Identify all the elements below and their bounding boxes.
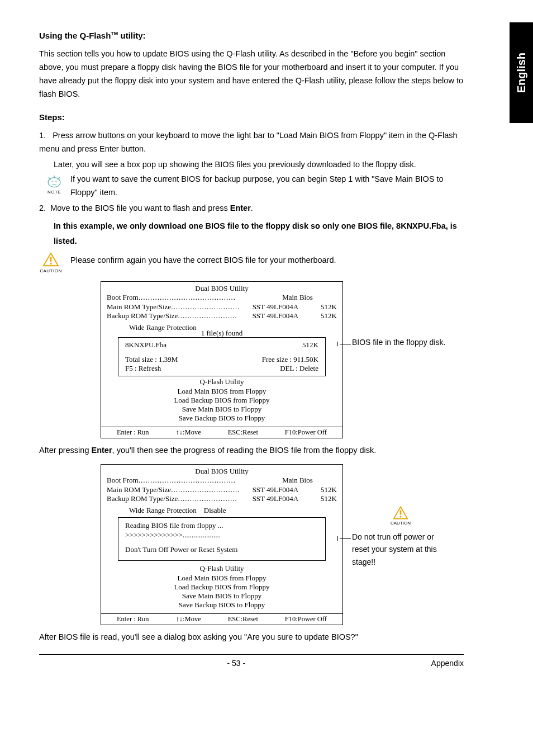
qflash-item: Load Main BIOS from Floppy <box>107 574 337 583</box>
qflash-item: Load Main BIOS from Floppy <box>107 387 337 396</box>
qflash-section: Q-Flash Utility Load Main BIOS from Flop… <box>107 377 337 423</box>
step-text: Press arrow buttons on your keyboard to … <box>39 131 458 153</box>
bios-file-name: 8KNXPU.Fba <box>125 341 166 349</box>
step1a-text: Press arrow buttons on your keyboard to … <box>39 131 458 153</box>
file-list-box: 8KNXPU.Fba512K Total size : 1.39MFree si… <box>118 337 326 377</box>
qflash-item: Save Main BIOS to Floppy <box>107 405 337 414</box>
main-rom-size: 512K <box>298 303 337 311</box>
total-size: Total size : 1.39M <box>125 355 178 364</box>
step2-text: Move to the BIOS file you want to flash … <box>48 204 253 212</box>
steps-heading: Steps: <box>39 111 464 125</box>
qflash-item: Load Backup BIOS from Floppy <box>107 396 337 405</box>
step1-continued: Later, you will see a box pop up showing… <box>54 158 464 172</box>
bios-screenshot-1: Dual BIOS Utility Boot From.............… <box>101 281 464 438</box>
note-icon: NOTE <box>42 173 66 196</box>
language-tab: English <box>510 22 533 123</box>
backup-rom-val-2: SST 49LF004A <box>241 494 298 503</box>
reading-box: Reading BIOS file from floppy ... >>>>>>… <box>118 517 326 561</box>
after-enter-bold: Enter <box>92 446 112 455</box>
main-rom-val: SST 49LF004A <box>241 303 298 311</box>
note-block: NOTE If you want to save the current BIO… <box>42 173 464 200</box>
step-2: 2. Move to the BIOS file you want to fla… <box>39 202 464 215</box>
page-footer: - 53 - Appendix <box>39 654 464 670</box>
wide-range-label-2: Wide Range Protection <box>129 506 197 514</box>
bios-box-2: Dual BIOS Utility Boot From.............… <box>101 464 343 625</box>
step2a-before: Move to the BIOS file you want to flash … <box>50 204 230 212</box>
main-rom-label: Main ROM Type/Size <box>107 303 171 311</box>
after-enter-paragraph: After pressing Enter, you'll then see th… <box>39 444 464 457</box>
footer-enter: Enter : Run <box>117 428 149 437</box>
footer-f10-2: F10:Power Off <box>285 615 327 624</box>
note-text: If you want to save the current BIOS for… <box>70 173 464 200</box>
bios-screenshot-2: Dual BIOS Utility Boot From.............… <box>101 464 464 625</box>
boot-from-val: Main Bios <box>271 293 313 302</box>
boot-from-label: Boot From <box>107 293 139 302</box>
caution-text: Please confirm again you have the correc… <box>70 252 336 267</box>
bios-footer-2: Enter : Run ↑↓:Move ESC:Reset F10:Power … <box>101 613 342 625</box>
callout1-text: BIOS file in the floppy disk. <box>352 336 447 348</box>
bios-file-size: 512K <box>302 341 318 349</box>
language-tab-text: English <box>512 53 531 93</box>
heading-suffix: utility: <box>118 31 145 40</box>
callout-2: CAUTION Do not trun off power or reset y… <box>352 505 453 625</box>
free-size: Free size : 911.50K <box>262 355 318 364</box>
main-rom-size-2: 512K <box>298 485 337 494</box>
qflash-section-2: Q-Flash Utility Load Main BIOS from Flop… <box>107 564 337 609</box>
qflash-item: Save Backup BIOS to Floppy <box>107 601 337 609</box>
backup-rom-size: 512K <box>298 311 337 320</box>
step-1: 1. Press arrow buttons on your keyboard … <box>39 129 464 156</box>
note-label: NOTE <box>47 188 61 196</box>
footer-f10: F10:Power Off <box>285 428 327 437</box>
f5-refresh: F5 : Refresh <box>125 364 161 373</box>
intro-paragraph: This section tells you how to update BIO… <box>39 48 464 101</box>
svg-point-2 <box>50 263 51 264</box>
bios-title-2: Dual BIOS Utility <box>107 467 337 476</box>
callout-1: BIOS file in the floppy disk. <box>352 336 447 438</box>
svg-rect-3 <box>400 511 402 515</box>
footer-esc: ESC:Reset <box>228 428 258 437</box>
section-heading: Using the Q-FlashTM utility: <box>39 29 464 43</box>
step2a-after: . <box>251 204 253 212</box>
qflash-title-2: Q-Flash Utility <box>107 564 337 573</box>
step-number-2: 2. <box>39 204 46 212</box>
after-enter-before: After pressing <box>39 446 92 455</box>
caution-label: CAUTION <box>40 267 62 275</box>
caution-block: CAUTION Please confirm again you have th… <box>39 252 464 275</box>
qflash-item: Save Backup BIOS to Floppy <box>107 414 337 423</box>
after-read-paragraph: After BIOS file is read, you'll see a di… <box>39 631 464 644</box>
heading-text: Using the Q-Flash <box>39 31 111 40</box>
progress-bar: >>>>>>>>>>>>>>..................... <box>125 531 318 540</box>
bios-footer: Enter : Run ↑↓:Move ESC:Reset F10:Power … <box>101 427 342 438</box>
backup-rom-val: SST 49LF004A <box>241 311 298 320</box>
bios-title: Dual BIOS Utility <box>107 284 337 293</box>
footer-move: ↑↓:Move <box>176 428 201 437</box>
dots: ............................. <box>171 303 241 311</box>
wide-range-row-2: Wide Range Protection Disable <box>129 506 337 515</box>
main-rom-val-2: SST 49LF004A <box>241 485 298 494</box>
wide-range-val: Disable <box>204 506 226 514</box>
page-number: - 53 - <box>227 657 245 670</box>
qflash-title: Q-Flash Utility <box>107 377 337 386</box>
qflash-item: Save Main BIOS to Floppy <box>107 592 337 601</box>
step2a-bold: Enter <box>230 204 251 212</box>
reading-text: Reading BIOS file from floppy ... <box>125 521 318 530</box>
backup-rom-size-2: 512K <box>298 494 337 503</box>
page-content: Using the Q-FlashTM utility: This sectio… <box>39 29 464 670</box>
backup-rom-label: Backup ROM Type/Size <box>107 311 178 320</box>
appendix-label: Appendix <box>431 657 464 670</box>
caution-mini-label: CAUTION <box>391 520 411 527</box>
callout2-text: Do not trun off power or reset your syst… <box>352 531 453 568</box>
backup-rom-label-2: Backup ROM Type/Size <box>107 494 178 503</box>
caution-icon: CAUTION <box>39 252 63 275</box>
svg-rect-1 <box>50 257 52 261</box>
after-enter-after: , you'll then see the progress of readin… <box>112 446 377 455</box>
bios-box: Dual BIOS Utility Boot From.............… <box>101 281 343 438</box>
boot-from-label-2: Boot From <box>107 476 139 485</box>
qflash-item: Load Backup BIOS from Floppy <box>107 583 337 592</box>
files-found: 1 file(s) found <box>107 329 337 338</box>
step-number: 1. <box>39 131 46 140</box>
del-delete: DEL : Delete <box>280 364 318 373</box>
caution-mini-icon: CAUTION <box>349 505 453 527</box>
dont-turn-off: Don't Turn Off Power or Reset System <box>125 545 318 554</box>
dots: ......................... <box>178 311 241 320</box>
